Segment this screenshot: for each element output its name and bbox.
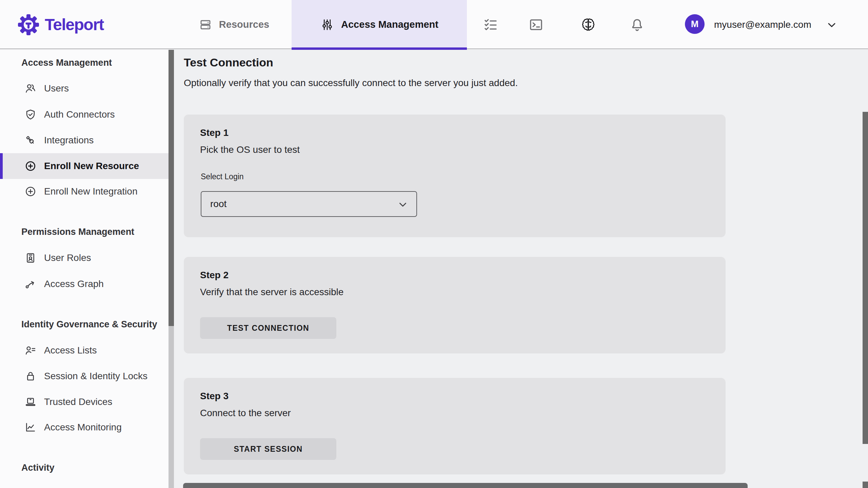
sidebar-item-access-monitoring[interactable]: Access Monitoring xyxy=(0,414,169,440)
sidebar-item-label: Access Monitoring xyxy=(44,422,122,433)
lock-icon xyxy=(24,370,37,382)
notifications-bell-icon xyxy=(629,17,645,33)
sidebar-item-trusted-devices[interactable]: Trusted Devices xyxy=(0,389,169,415)
sidebar-item-users[interactable]: Users xyxy=(0,76,169,101)
sidebar-navigation: Access Management Users Auth Connectors xyxy=(0,50,174,488)
sidebar-item-access-graph[interactable]: Access Graph xyxy=(0,271,169,297)
sidebar-scrollbar-thumb[interactable] xyxy=(169,50,174,326)
user-menu-toggle[interactable] xyxy=(825,19,838,32)
sidebar-item-label: Enroll New Resource xyxy=(44,161,139,171)
main-scrollbar-thumb-bottom[interactable] xyxy=(863,482,868,488)
terminal-panel-top xyxy=(183,483,748,488)
step-2-title: Step 2 xyxy=(200,270,229,281)
sidebar-scrollbar[interactable] xyxy=(169,50,174,488)
teleport-logo[interactable]: Teleport xyxy=(18,0,104,49)
sidebar-section-permissions-management: Permissions Management xyxy=(0,219,169,245)
sidebar-item-label: Session & Identity Locks xyxy=(44,371,147,382)
test-connection-button[interactable]: TEST CONNECTION xyxy=(200,317,336,339)
teleport-gear-icon xyxy=(18,14,39,36)
teleport-app: Teleport Resources Access Management xyxy=(0,0,868,488)
step-3-description: Connect to the server xyxy=(200,408,291,419)
line-chart-icon xyxy=(24,421,37,433)
tab-access-management-label: Access Management xyxy=(341,19,438,30)
step-3-card: Step 3 Connect to the server START SESSI… xyxy=(184,378,726,474)
start-session-button[interactable]: START SESSION xyxy=(200,438,336,460)
step-2-card: Step 2 Verify that the server is accessi… xyxy=(184,257,726,353)
sidebar-item-enroll-new-integration[interactable]: Enroll New Integration xyxy=(0,179,169,204)
main-scrollbar-thumb[interactable] xyxy=(863,112,868,444)
avatar-initial: M xyxy=(691,19,699,29)
main-content: Test Connection Optionally verify that y… xyxy=(174,50,868,488)
select-login-label: Select Login xyxy=(201,172,244,181)
sliders-icon xyxy=(320,18,334,32)
sidebar-item-label: Users xyxy=(44,83,69,94)
top-navigation-bar: Teleport Resources Access Management xyxy=(0,0,868,49)
server-stack-icon xyxy=(199,18,212,32)
tasks-checklist-icon xyxy=(483,17,498,33)
sidebar-item-session-identity-locks[interactable]: Session & Identity Locks xyxy=(0,363,169,389)
sidebar-item-label: Access Lists xyxy=(44,345,97,356)
trend-arrow-icon xyxy=(24,278,37,290)
logo-wordmark: Teleport xyxy=(45,15,104,34)
sidebar-item-access-lists[interactable]: Access Lists xyxy=(0,338,169,363)
sidebar-section-activity: Activity xyxy=(0,455,169,481)
sidebar-item-label: Access Graph xyxy=(44,279,104,289)
sidebar-item-auth-connectors[interactable]: Auth Connectors xyxy=(0,102,169,127)
step-3-title: Step 3 xyxy=(200,391,229,402)
sidebar-item-user-roles[interactable]: User Roles xyxy=(0,245,169,271)
notifications-button[interactable] xyxy=(629,17,645,33)
terminal-icon xyxy=(528,17,544,33)
login-select-value: root xyxy=(210,199,226,209)
sidebar-item-label: Auth Connectors xyxy=(44,109,115,120)
plug-icon xyxy=(24,134,37,146)
login-select[interactable]: root xyxy=(201,191,417,217)
page-subtitle: Optionally verify that you can successfu… xyxy=(184,78,518,88)
tab-resources-label: Resources xyxy=(219,19,269,30)
step-1-title: Step 1 xyxy=(200,127,229,138)
step-2-description: Verify that the server is accessible xyxy=(200,287,343,298)
laptop-icon xyxy=(24,396,37,408)
sidebar-item-label: Enroll New Integration xyxy=(44,186,137,197)
user-email: myuser@example.com xyxy=(714,0,811,49)
plus-circle-icon xyxy=(24,160,37,172)
tab-resources[interactable]: Resources xyxy=(183,0,285,49)
user-avatar[interactable]: M xyxy=(685,14,705,34)
page-title: Test Connection xyxy=(184,56,273,69)
sidebar-item-integrations[interactable]: Integrations xyxy=(0,127,169,153)
assist-button[interactable] xyxy=(580,16,597,33)
step-1-card: Step 1 Pick the OS user to test Select L… xyxy=(184,115,726,237)
id-card-icon xyxy=(24,252,37,264)
sidebar-section-access-management: Access Management xyxy=(0,50,169,76)
chevron-down-icon xyxy=(825,19,838,32)
tab-access-management[interactable]: Access Management xyxy=(292,0,467,49)
sidebar-section-identity-governance: Identity Governance & Security xyxy=(0,311,169,337)
users-icon xyxy=(24,82,37,95)
step-1-description: Pick the OS user to test xyxy=(200,144,300,155)
sidebar-item-label: User Roles xyxy=(44,252,91,263)
sidebar-item-enroll-new-resource[interactable]: Enroll New Resource xyxy=(0,153,169,179)
assist-brain-icon xyxy=(580,16,597,33)
plus-circle-icon xyxy=(24,185,37,198)
sidebar-item-label: Integrations xyxy=(44,135,94,146)
sidebar-item-label: Trusted Devices xyxy=(44,396,112,407)
shield-check-icon xyxy=(24,108,37,121)
terminal-button[interactable] xyxy=(528,17,544,33)
chevron-down-icon xyxy=(397,199,409,211)
person-list-icon xyxy=(24,344,37,357)
tasks-checklist-button[interactable] xyxy=(483,17,498,33)
